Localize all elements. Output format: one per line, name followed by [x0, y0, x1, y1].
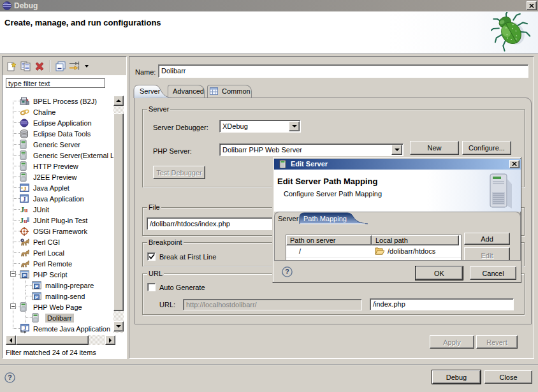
svg-text:J: J	[23, 196, 26, 203]
svg-text:?: ?	[285, 268, 289, 275]
svg-text:P: P	[23, 273, 26, 279]
svg-text:P: P	[35, 294, 38, 300]
svg-text:?: ?	[8, 374, 11, 381]
svg-text:u: u	[24, 207, 28, 214]
svg-text:J: J	[24, 185, 27, 192]
svg-text:P: P	[35, 284, 38, 289]
